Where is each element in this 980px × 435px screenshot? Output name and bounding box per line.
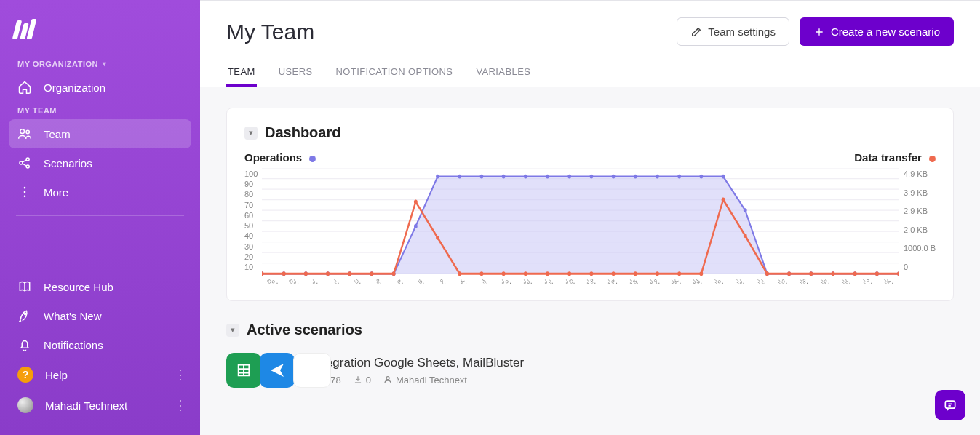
sidebar-item-whats-new[interactable]: What's New bbox=[9, 301, 191, 330]
svg-point-72 bbox=[744, 234, 747, 238]
sidebar-item-more[interactable]: More bbox=[9, 177, 191, 207]
legend-operations: Operations bbox=[244, 151, 316, 164]
svg-point-56 bbox=[392, 271, 396, 276]
rocket-icon bbox=[17, 308, 32, 323]
svg-point-50 bbox=[262, 271, 263, 276]
svg-point-62 bbox=[524, 271, 527, 276]
svg-point-66 bbox=[612, 271, 616, 276]
svg-point-77 bbox=[853, 271, 857, 276]
svg-point-51 bbox=[282, 271, 286, 276]
svg-point-33 bbox=[546, 175, 549, 179]
dots-vertical-icon bbox=[17, 185, 32, 199]
svg-point-28 bbox=[436, 175, 439, 179]
svg-point-42 bbox=[744, 208, 747, 212]
google-sheets-icon bbox=[226, 353, 261, 388]
svg-point-68 bbox=[656, 271, 659, 276]
scenario-transfers: 0 bbox=[353, 375, 371, 386]
tab-variables[interactable]: VARIABLES bbox=[474, 59, 532, 87]
scenario-meta: 978 0 Mahadi Technext bbox=[312, 375, 524, 386]
scenario-app-icons bbox=[226, 353, 299, 388]
content: ▾ Dashboard Operations Data transfer 100… bbox=[200, 87, 980, 408]
scenario-title: Integration Google Sheets, MailBluster bbox=[312, 356, 524, 370]
svg-point-37 bbox=[634, 175, 637, 179]
create-scenario-button[interactable]: Create a new scenario bbox=[800, 17, 954, 46]
collapse-toggle[interactable]: ▾ bbox=[244, 127, 258, 140]
svg-point-6 bbox=[24, 191, 26, 193]
x-axis: ৩০.৩১.১.২.৩.৪.৫.৬.৭.৮.৯.১০.১১.১২.১৩.১৪.১… bbox=[262, 276, 899, 286]
svg-point-55 bbox=[370, 271, 374, 276]
sidebar-item-label: Team bbox=[44, 128, 71, 140]
y-axis-left: 100908070605040302010 bbox=[244, 168, 262, 284]
sidebar-item-label: Help bbox=[45, 369, 68, 381]
page-title: My Team bbox=[226, 20, 314, 44]
sidebar-item-team[interactable]: Team bbox=[9, 119, 191, 148]
svg-point-59 bbox=[458, 271, 462, 276]
sidebar-item-label: Notifications bbox=[44, 339, 103, 351]
swatch-operations bbox=[309, 156, 316, 162]
svg-point-35 bbox=[590, 175, 594, 179]
bell-icon bbox=[17, 338, 32, 352]
kebab-icon[interactable]: ⋮ bbox=[174, 399, 187, 412]
kebab-icon[interactable]: ⋮ bbox=[174, 368, 187, 381]
svg-point-54 bbox=[348, 271, 352, 276]
sidebar-item-scenarios[interactable]: Scenarios bbox=[9, 148, 191, 177]
tab-notification-options[interactable]: NOTIFICATION OPTIONS bbox=[335, 59, 455, 87]
tab-users[interactable]: USERS bbox=[277, 59, 314, 87]
svg-point-0 bbox=[20, 129, 25, 134]
plus-icon bbox=[813, 26, 825, 38]
sidebar-item-resource-hub[interactable]: Resource Hub bbox=[9, 272, 191, 301]
svg-point-34 bbox=[568, 175, 572, 179]
collapse-toggle[interactable]: ▾ bbox=[226, 324, 239, 337]
svg-point-36 bbox=[612, 175, 616, 179]
help-fab[interactable] bbox=[935, 390, 965, 420]
download-icon bbox=[353, 375, 363, 385]
sidebar-item-label: What's New bbox=[44, 310, 102, 322]
svg-point-1 bbox=[26, 130, 29, 133]
svg-point-41 bbox=[722, 175, 725, 179]
y-axis-right: 4.9 KB3.9 KB2.9 KB2.0 KB1000.0 B0 bbox=[899, 168, 936, 284]
help-icon: ? bbox=[17, 367, 33, 383]
svg-point-53 bbox=[327, 271, 330, 276]
sidebar-section-org[interactable]: MY ORGANIZATION▼ bbox=[9, 55, 191, 73]
scenario-extra-icon bbox=[293, 353, 331, 388]
svg-point-67 bbox=[634, 271, 637, 276]
sidebar-item-user[interactable]: Mahadi Technext ⋮ bbox=[9, 390, 191, 420]
sidebar-item-label: Organization bbox=[44, 81, 105, 94]
sidebar-item-help[interactable]: ? Help ⋮ bbox=[9, 359, 191, 390]
dashboard-title: Dashboard bbox=[265, 124, 340, 141]
svg-point-40 bbox=[700, 175, 704, 179]
svg-point-52 bbox=[304, 271, 308, 276]
scenario-owner: Mahadi Technext bbox=[383, 375, 467, 386]
team-settings-button[interactable]: Team settings bbox=[677, 17, 789, 46]
main: My Team Team settings Create a new scena… bbox=[200, 0, 980, 435]
legend-data-transfer: Data transfer bbox=[854, 151, 936, 164]
svg-point-27 bbox=[414, 224, 418, 228]
active-scenarios-section: ▾ Active scenarios Integration Google Sh… bbox=[226, 322, 954, 388]
svg-point-60 bbox=[480, 271, 484, 276]
sidebar-item-organization[interactable]: Organization bbox=[9, 73, 191, 102]
chart-plot: ৩০.৩১.১.২.৩.৪.৫.৬.৭.৮.৯.১০.১১.১২.১৩.১৪.১… bbox=[262, 168, 899, 284]
sidebar-item-label: Scenarios bbox=[44, 157, 92, 169]
svg-point-76 bbox=[832, 271, 835, 276]
svg-rect-83 bbox=[945, 401, 955, 408]
edit-icon bbox=[690, 26, 702, 38]
sidebar-item-label: More bbox=[44, 186, 68, 199]
svg-point-61 bbox=[502, 271, 506, 276]
home-icon bbox=[17, 80, 32, 95]
svg-point-65 bbox=[590, 271, 594, 276]
tab-team[interactable]: TEAM bbox=[226, 59, 257, 87]
svg-point-58 bbox=[436, 236, 439, 240]
active-scenarios-title: Active scenarios bbox=[247, 322, 362, 338]
svg-point-70 bbox=[700, 271, 704, 276]
chevron-down-icon: ▼ bbox=[101, 60, 108, 68]
scenario-row[interactable]: Integration Google Sheets, MailBluster 9… bbox=[226, 353, 954, 388]
top-actions: Team settings Create a new scenario bbox=[677, 17, 954, 46]
sidebar-divider bbox=[16, 215, 184, 216]
svg-point-8 bbox=[25, 313, 27, 315]
svg-point-79 bbox=[898, 271, 899, 276]
svg-point-57 bbox=[414, 200, 418, 204]
share-icon bbox=[17, 156, 32, 170]
svg-point-31 bbox=[502, 175, 506, 179]
sidebar-item-notifications[interactable]: Notifications bbox=[9, 330, 191, 359]
tabs: TEAM USERS NOTIFICATION OPTIONS VARIABLE… bbox=[200, 52, 980, 87]
